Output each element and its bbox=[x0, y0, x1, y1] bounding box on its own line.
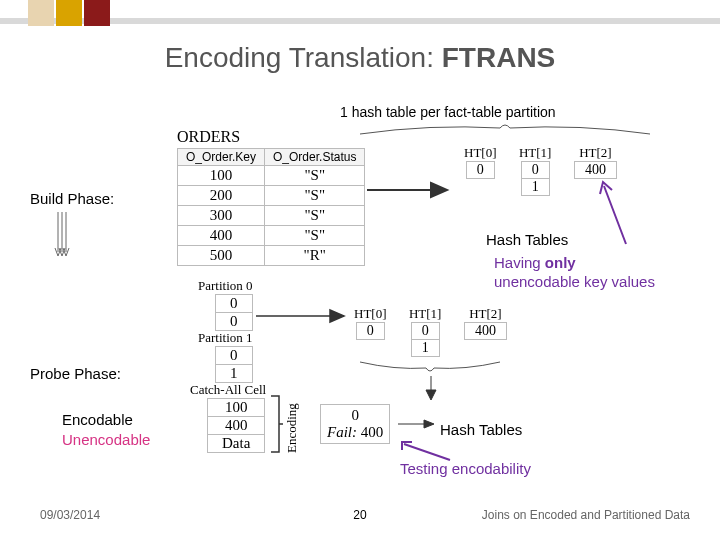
having-text: Having only unencodable key values bbox=[494, 254, 655, 292]
cell: 300 bbox=[178, 206, 265, 226]
cell: Data bbox=[208, 435, 265, 453]
title-bold: FTRANS bbox=[442, 42, 556, 73]
txt: only bbox=[545, 254, 576, 271]
cell: 0 bbox=[356, 323, 384, 340]
col-status: O_Order.Status bbox=[265, 149, 365, 166]
result-fail: Fail: bbox=[327, 424, 357, 440]
ht-name: HT[1] bbox=[519, 145, 552, 161]
cell: "S" bbox=[265, 206, 365, 226]
cell: 0 bbox=[466, 162, 494, 179]
cell: 1 bbox=[411, 340, 439, 357]
cell: "S" bbox=[265, 186, 365, 206]
right-arrow-icon bbox=[367, 180, 453, 205]
slide-title: Encoding Translation: FTRANS bbox=[0, 42, 720, 74]
cell: "S" bbox=[265, 166, 365, 186]
arrow-right-3-icon bbox=[398, 420, 438, 428]
cell: 400 bbox=[464, 323, 506, 340]
encoding-label: Encoding bbox=[284, 403, 300, 453]
catch-all-label: Catch-All Cell bbox=[190, 382, 266, 398]
arrow-right-2-icon bbox=[256, 308, 350, 324]
brace-top-icon bbox=[360, 122, 650, 140]
footer-right: Joins on Encoded and Partitioned Data bbox=[482, 508, 690, 522]
down-arrow-icon bbox=[55, 212, 69, 262]
partition1-label: Partition 1 bbox=[198, 330, 253, 346]
arrow-purple-2-icon bbox=[400, 440, 460, 464]
cell: 0 bbox=[216, 313, 253, 331]
cell: 0 bbox=[521, 162, 549, 179]
subtitle: 1 hash table per fact-table partition bbox=[340, 104, 556, 120]
result-fail-val: 400 bbox=[357, 424, 383, 440]
cell: 0 bbox=[216, 295, 253, 313]
partition0-label: Partition 0 bbox=[198, 278, 253, 294]
top-decoration bbox=[0, 0, 720, 30]
cell: "R" bbox=[265, 246, 365, 266]
probe-phase-label: Probe Phase: bbox=[30, 365, 121, 382]
ht-name: HT[0] bbox=[464, 145, 497, 161]
txt: Having bbox=[494, 254, 545, 271]
ht-name: HT[1] bbox=[409, 306, 442, 322]
orders-table: O_Order.KeyO_Order.Status 100"S" 200"S" … bbox=[177, 148, 365, 266]
hash-tables-bottom: HT[0]0 HT[1]01 HT[2]400 bbox=[354, 306, 525, 357]
cell: 200 bbox=[178, 186, 265, 206]
cell: 400 bbox=[178, 226, 265, 246]
result-box: 0 Fail: 400 bbox=[320, 404, 390, 444]
unencodable: Unencodable bbox=[62, 430, 150, 450]
cell: "S" bbox=[265, 226, 365, 246]
orders-label: ORDERS bbox=[177, 128, 240, 146]
hash-tables-label-2: Hash Tables bbox=[440, 421, 522, 438]
ht-name: HT[2] bbox=[574, 145, 617, 161]
partition1-table: 0 1 bbox=[215, 346, 253, 383]
cell: 1 bbox=[216, 365, 253, 383]
cell: 1 bbox=[521, 179, 549, 196]
down-arrow-2-icon bbox=[425, 376, 437, 402]
title-main: Encoding Translation: bbox=[165, 42, 442, 73]
ht-name: HT[0] bbox=[354, 306, 387, 322]
col-key: O_Order.Key bbox=[178, 149, 265, 166]
encodable-labels: Encodable Unencodable bbox=[62, 410, 150, 449]
cell: 100 bbox=[178, 166, 265, 186]
cell: 0 bbox=[216, 347, 253, 365]
catch-all-table: 100 400 Data bbox=[207, 398, 265, 453]
encodable: Encodable bbox=[62, 410, 150, 430]
cell: 400 bbox=[208, 417, 265, 435]
cell: 100 bbox=[208, 399, 265, 417]
partition0-table: 0 0 bbox=[215, 294, 253, 331]
build-phase-label: Build Phase: bbox=[30, 190, 114, 207]
cell: 400 bbox=[574, 162, 616, 179]
cell: 500 bbox=[178, 246, 265, 266]
txt: unencodable key values bbox=[494, 273, 655, 290]
bracket-icon bbox=[271, 396, 283, 454]
arrow-purple-icon bbox=[600, 180, 640, 250]
result-ok: 0 bbox=[327, 407, 383, 424]
ht-name: HT[2] bbox=[464, 306, 507, 322]
cell: 0 bbox=[411, 323, 439, 340]
hash-tables-label: Hash Tables bbox=[486, 231, 568, 248]
